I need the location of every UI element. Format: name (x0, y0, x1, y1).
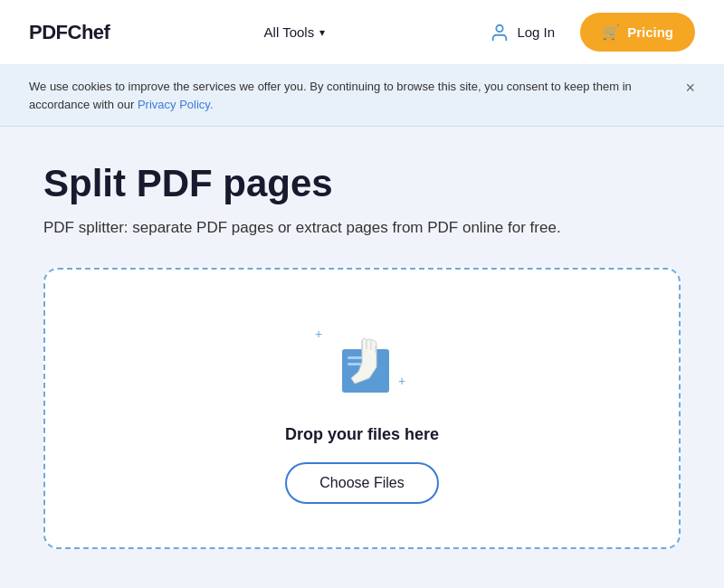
login-button[interactable]: Log In (479, 15, 566, 50)
pricing-label: Pricing (627, 24, 673, 40)
page-title: Split PDF pages (43, 163, 681, 204)
dropzone[interactable]: + + Drop your files here Choose Files (43, 268, 681, 549)
header: PDFChef All Tools ▾ Log In 🛒 Pricing (0, 0, 724, 65)
nav-right: Log In 🛒 Pricing (479, 13, 695, 52)
page-subtitle: PDF splitter: separate PDF pages or extr… (43, 217, 681, 239)
main-content: Split PDF pages PDF splitter: separate P… (0, 127, 724, 549)
svg-text:+: + (315, 327, 322, 341)
all-tools-nav[interactable]: All Tools ▾ (264, 24, 326, 40)
privacy-policy-link[interactable]: Privacy Policy. (138, 98, 214, 111)
drop-title: Drop your files here (285, 425, 439, 444)
upload-illustration: + + (308, 313, 416, 403)
cookie-message: We use cookies to improve the services w… (29, 80, 632, 111)
cookie-banner: We use cookies to improve the services w… (0, 65, 724, 127)
cookie-text: We use cookies to improve the services w… (29, 78, 671, 113)
svg-text:+: + (398, 374, 405, 388)
drop-illustration: + + (308, 313, 416, 403)
cart-icon: 🛒 (602, 24, 620, 41)
logo: PDFChef (29, 21, 110, 44)
close-cookie-button[interactable]: × (685, 80, 695, 96)
pricing-button[interactable]: 🛒 Pricing (580, 13, 695, 52)
chevron-down-icon: ▾ (319, 26, 325, 39)
choose-files-button[interactable]: Choose Files (285, 462, 438, 504)
svg-point-0 (497, 24, 503, 31)
user-icon (490, 23, 510, 43)
login-label: Log In (517, 24, 555, 40)
all-tools-label: All Tools (264, 24, 315, 40)
